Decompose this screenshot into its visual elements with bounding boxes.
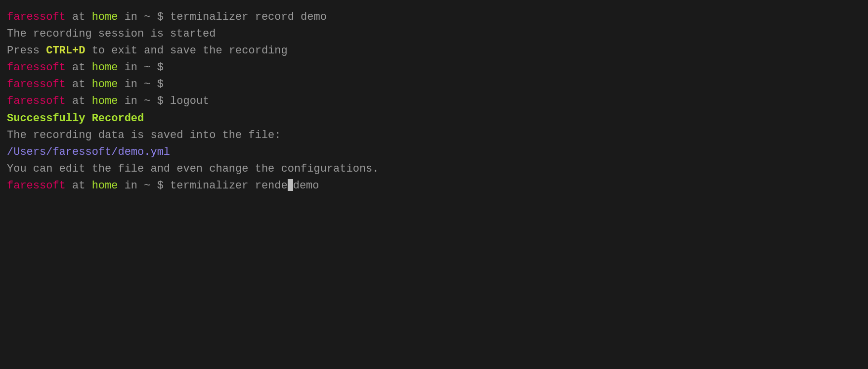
prompt-at: at (66, 61, 92, 74)
output-file-path: /Users/faressoft/demo.yml (7, 144, 861, 161)
prompt-line-2: faressoft at home in ~ $ (7, 59, 861, 76)
cursor-block-icon (288, 179, 293, 191)
prompt-symbol: $ (150, 180, 170, 192)
prompt-in: in (118, 78, 144, 91)
prompt-symbol: $ (150, 95, 170, 107)
command-text: logout (170, 95, 209, 107)
prompt-at: at (66, 78, 92, 91)
exit-text: to exit and save the recording (85, 45, 287, 57)
prompt-user: faressoft (7, 78, 66, 91)
prompt-line-4: faressoft at home in ~ $ logout (7, 93, 861, 110)
prompt-user: faressoft (7, 95, 66, 107)
output-press-ctrld: Press CTRL+D to exit and save the record… (7, 43, 861, 59)
prompt-symbol: $ (150, 11, 170, 23)
prompt-path: ~ (144, 78, 150, 91)
prompt-path: ~ (144, 180, 150, 192)
prompt-host: home (92, 78, 118, 91)
prompt-line-3: faressoft at home in ~ $ (7, 76, 861, 93)
prompt-in: in (118, 11, 144, 23)
output-started: The recording session is started (7, 26, 861, 43)
output-edit-msg: You can edit the file and even change th… (7, 161, 861, 178)
prompt-at: at (66, 11, 92, 23)
prompt-user: faressoft (7, 61, 66, 74)
prompt-in: in (118, 180, 144, 192)
command-text: terminalizer record demo (170, 11, 327, 23)
prompt-user: faressoft (7, 180, 66, 192)
press-text: Press (7, 45, 46, 57)
prompt-in: in (118, 95, 144, 107)
ctrl-d-key: CTRL+D (46, 45, 85, 57)
prompt-path: ~ (144, 95, 150, 107)
prompt-symbol: $ (150, 78, 170, 91)
prompt-host: home (92, 95, 118, 107)
prompt-at: at (66, 95, 92, 107)
prompt-host: home (92, 61, 118, 74)
terminal-output[interactable]: faressoft at home in ~ $ terminalizer re… (7, 9, 861, 194)
prompt-host: home (92, 180, 118, 192)
prompt-path: ~ (144, 61, 150, 74)
prompt-at: at (66, 180, 92, 192)
prompt-line-1: faressoft at home in ~ $ terminalizer re… (7, 9, 861, 26)
prompt-symbol: $ (150, 61, 170, 74)
prompt-in: in (118, 61, 144, 74)
output-success: Successfully Recorded (7, 110, 861, 127)
prompt-user: faressoft (7, 11, 66, 23)
prompt-host: home (92, 11, 118, 23)
command-partial-before: terminalizer rende (170, 180, 288, 192)
output-saved-msg: The recording data is saved into the fil… (7, 127, 861, 144)
prompt-path: ~ (144, 11, 150, 23)
prompt-line-5: faressoft at home in ~ $ terminalizer re… (7, 178, 861, 194)
command-partial-after: demo (293, 180, 319, 192)
